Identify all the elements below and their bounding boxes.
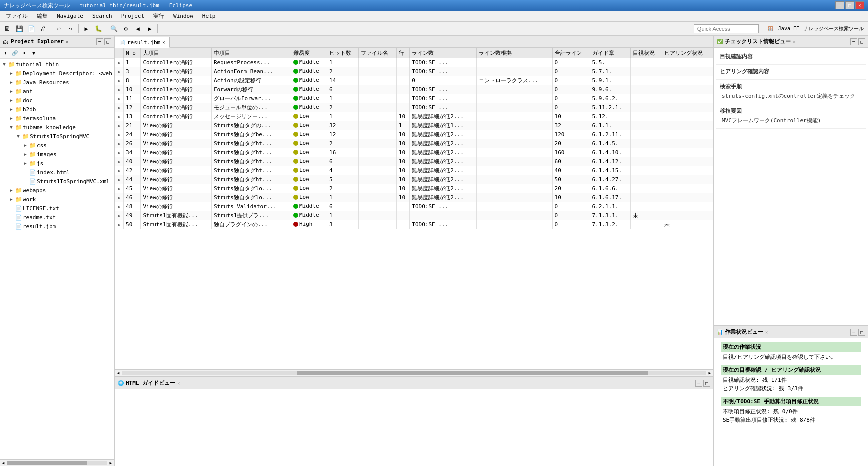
- table-hscroll-left[interactable]: ◀: [115, 370, 122, 377]
- tree-item-work[interactable]: ▶ 📁 work: [0, 195, 114, 204]
- nav-back-button[interactable]: ◀: [132, 23, 143, 34]
- debug-button[interactable]: 🐛: [93, 23, 104, 34]
- result-table-container[interactable]: N o 大項目 中項目 難易度 ヒット数 ファイル名 行 ライン数 ライン数根拠…: [115, 48, 713, 369]
- hscroll-right-btn[interactable]: ▶: [107, 461, 114, 465]
- search-button[interactable]: 🔍: [108, 23, 119, 34]
- cell-expand[interactable]: ▶: [115, 202, 124, 211]
- table-hscroll[interactable]: ◀ ▶: [115, 369, 713, 376]
- tree-item-result-jbm[interactable]: 📄 result.jbm: [0, 222, 114, 231]
- cell-expand[interactable]: ▶: [115, 166, 124, 175]
- tree-item-h2db[interactable]: ▶ 📁 h2db: [0, 105, 114, 114]
- table-row[interactable]: ▶ 11 Controllerの移行 グローバルForwar... Middle…: [115, 94, 713, 103]
- html-guide-minimize[interactable]: ─: [695, 380, 702, 387]
- cell-expand[interactable]: ▶: [115, 112, 124, 121]
- table-row[interactable]: ▶ 12 Controllerの移行 モジュール単位の... Middle 2 …: [115, 103, 713, 112]
- cell-expand[interactable]: ▶: [115, 94, 124, 103]
- col-header-difficulty[interactable]: 難易度: [291, 48, 327, 58]
- tree-item-deployment[interactable]: ▶ 📁 Deployment Descriptor: <web a: [0, 69, 114, 78]
- menu-help[interactable]: Help: [198, 12, 220, 20]
- settings-button[interactable]: ⚙: [120, 23, 131, 34]
- col-header-minor[interactable]: 中項目: [211, 48, 291, 58]
- cell-expand[interactable]: ▶: [115, 58, 124, 67]
- tree-item-struts1tospring-xml[interactable]: 📄 Struts1ToSpringMVC.xml: [0, 177, 114, 186]
- tree-filter-button[interactable]: ⚬: [20, 49, 29, 58]
- html-guide-tab-x[interactable]: ✕: [177, 381, 180, 386]
- table-row[interactable]: ▶ 24 Viewの修行 Struts独自タグbe... Low 12 10 難…: [115, 130, 713, 139]
- project-explorer-minimize[interactable]: ─: [96, 38, 103, 45]
- table-row[interactable]: ▶ 26 Viewの修行 Struts独自タグht... Low 2 10 難易…: [115, 139, 713, 148]
- restore-button[interactable]: □: [845, 1, 854, 9]
- col-header-totalline[interactable]: 合計ライン: [552, 48, 590, 58]
- menu-project[interactable]: Project: [117, 12, 148, 20]
- undo-button[interactable]: ↩: [53, 23, 64, 34]
- hscroll-left-btn[interactable]: ◀: [0, 461, 7, 465]
- status-maximize[interactable]: □: [858, 329, 865, 336]
- save-all-button[interactable]: 📄: [26, 23, 37, 34]
- tab-result-jbm[interactable]: 📄 result.jbm ✕: [115, 37, 170, 48]
- cell-expand[interactable]: ▶: [115, 148, 124, 157]
- col-header-major[interactable]: 大項目: [141, 48, 212, 58]
- project-explorer-hscroll[interactable]: ◀ ▶: [0, 459, 114, 466]
- perspective-kb-btn[interactable]: ナレッジベース検索ツール: [801, 23, 866, 34]
- col-header-line[interactable]: 行: [396, 48, 409, 58]
- html-guide-maximize[interactable]: □: [703, 380, 710, 387]
- tree-item-ant[interactable]: ▶ 📁 ant: [0, 87, 114, 96]
- cell-expand[interactable]: ▶: [115, 220, 124, 229]
- col-header-linebasis[interactable]: ライン数根拠: [476, 48, 552, 58]
- tree-item-css[interactable]: ▶ 📁 css: [0, 141, 114, 150]
- menu-run[interactable]: 実行: [149, 11, 168, 21]
- table-row[interactable]: ▶ 8 Controllerの移行 Actionの設定移行 Middle 14 …: [115, 76, 713, 85]
- checklist-tab-x[interactable]: ✕: [793, 39, 795, 44]
- cell-expand[interactable]: ▶: [115, 211, 124, 220]
- tree-item-index-html[interactable]: 📄 index.html: [0, 168, 114, 177]
- table-row[interactable]: ▶ 49 Struts1固有機能... Struts1提供プラ... Middl…: [115, 211, 713, 220]
- cell-expand[interactable]: ▶: [115, 76, 124, 85]
- cell-expand[interactable]: ▶: [115, 157, 124, 166]
- tree-item-license[interactable]: 📄 LICENSE.txt: [0, 204, 114, 213]
- table-row[interactable]: ▶ 48 Viewの修行 Struts Validator... Middle …: [115, 202, 713, 211]
- menu-file[interactable]: ファイル: [2, 11, 32, 21]
- redo-button[interactable]: ↪: [65, 23, 76, 34]
- tree-item-doc[interactable]: ▶ 📁 doc: [0, 96, 114, 105]
- menu-navigate[interactable]: Navigate: [53, 12, 87, 20]
- link-editor-button[interactable]: 🔗: [10, 49, 19, 58]
- status-minimize[interactable]: ─: [850, 329, 857, 336]
- tree-item-images[interactable]: ▶ 📁 images: [0, 150, 114, 159]
- cell-expand[interactable]: ▶: [115, 139, 124, 148]
- table-row[interactable]: ▶ 10 Controllerの移行 Forwardの移行 Middle 6 T…: [115, 85, 713, 94]
- collapse-all-button[interactable]: ⬆: [1, 49, 10, 58]
- table-row[interactable]: ▶ 42 Viewの修行 Struts独自タグht... Low 4 10 難易…: [115, 166, 713, 175]
- table-row[interactable]: ▶ 50 Struts1固有機能... 独自プラグインの... High 3 T…: [115, 220, 713, 229]
- close-button[interactable]: ✕: [855, 1, 864, 9]
- col-header-filename[interactable]: ファイル名: [358, 48, 396, 58]
- table-row[interactable]: ▶ 46 Viewの修行 Struts独自タグlo... Low 1 10 難易…: [115, 193, 713, 202]
- table-row[interactable]: ▶ 34 Viewの修行 Struts独自タグht... Low 16 10 難…: [115, 148, 713, 157]
- cell-expand[interactable]: ▶: [115, 85, 124, 94]
- menu-search[interactable]: Search: [88, 12, 116, 20]
- checklist-minimize[interactable]: ─: [850, 38, 857, 45]
- perspective-java-ee-label[interactable]: Java EE: [778, 26, 799, 31]
- tab-close-result[interactable]: ✕: [162, 40, 165, 45]
- cell-expand[interactable]: ▶: [115, 193, 124, 202]
- table-row[interactable]: ▶ 3 Controllerの移行 ActionForm Bean... Mid…: [115, 67, 713, 76]
- tree-menu-button[interactable]: ▼: [29, 49, 38, 58]
- table-row[interactable]: ▶ 1 Controllerの移行 RequestProcess... Midd…: [115, 58, 713, 67]
- tree-item-js[interactable]: ▶ 📁 js: [0, 159, 114, 168]
- col-header-linecount[interactable]: ライン数: [410, 48, 477, 58]
- col-header-no[interactable]: N o: [124, 48, 141, 58]
- cell-expand[interactable]: ▶: [115, 130, 124, 139]
- new-button[interactable]: 🖹: [2, 23, 13, 34]
- menu-window[interactable]: Window: [169, 12, 197, 20]
- table-row[interactable]: ▶ 13 Controllerの移行 メッセージリソー... Low 1 10 …: [115, 112, 713, 121]
- checklist-maximize[interactable]: □: [858, 38, 865, 45]
- cell-expand[interactable]: ▶: [115, 184, 124, 193]
- tree-item-java-resources[interactable]: ▶ 📁 Java Resources: [0, 78, 114, 87]
- table-row[interactable]: ▶ 40 Viewの修行 Struts独自タグht... Low 6 10 難易…: [115, 157, 713, 166]
- cell-expand[interactable]: ▶: [115, 175, 124, 184]
- table-row[interactable]: ▶ 21 Viewの修行 Struts独自タグの... Low 32 1 難易度…: [115, 121, 713, 130]
- save-button[interactable]: 💾: [14, 23, 25, 34]
- table-row[interactable]: ▶ 44 Viewの修行 Struts独自タグht... Low 5 10 難易…: [115, 175, 713, 184]
- cell-expand[interactable]: ▶: [115, 103, 124, 112]
- cell-expand[interactable]: ▶: [115, 67, 124, 76]
- nav-forward-button[interactable]: ▶: [144, 23, 155, 34]
